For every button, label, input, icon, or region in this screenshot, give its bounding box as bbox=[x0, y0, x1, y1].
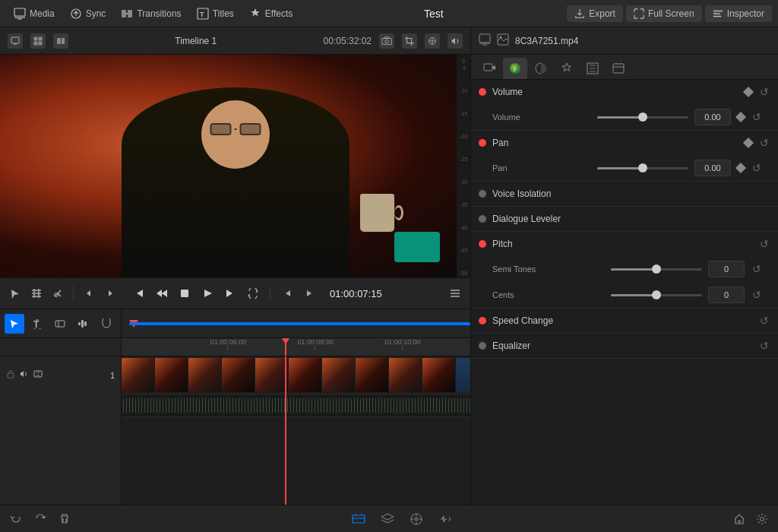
preview-icon-2[interactable] bbox=[30, 33, 46, 49]
dialogue-leveler-header[interactable]: Dialogue Leveler bbox=[471, 207, 778, 231]
clip-tool[interactable] bbox=[50, 314, 70, 334]
skip-to-start[interactable] bbox=[130, 284, 148, 302]
pan-param-reset[interactable]: ↺ bbox=[751, 162, 763, 174]
inspector-tab-effects[interactable] bbox=[555, 58, 579, 79]
audio-icon[interactable] bbox=[20, 369, 29, 381]
inspector-tab-video[interactable] bbox=[477, 58, 501, 79]
voice-isolation-header[interactable]: Voice Isolation bbox=[471, 182, 778, 206]
pitch-label: Pitch bbox=[492, 239, 752, 249]
audio-tool[interactable] bbox=[73, 314, 93, 334]
layers-icon[interactable] bbox=[378, 509, 397, 529]
volume-param-reset[interactable]: ↺ bbox=[751, 111, 763, 123]
effects-center-icon[interactable] bbox=[406, 509, 426, 529]
transport-timecode: 01:00:07:15 bbox=[330, 288, 382, 299]
text-tool[interactable]: T bbox=[27, 314, 47, 334]
volume-param-diamond[interactable] bbox=[735, 112, 746, 122]
stop[interactable] bbox=[176, 284, 194, 302]
inspector-tab-audio[interactable]: ♪ bbox=[503, 58, 527, 79]
inspector-tab-color[interactable] bbox=[529, 58, 553, 79]
volume-value[interactable]: 0.00 bbox=[694, 109, 731, 125]
svg-rect-12 bbox=[62, 38, 65, 44]
volume-keyframe-diamond[interactable] bbox=[743, 87, 754, 97]
pan-keyframe-diamond[interactable] bbox=[743, 138, 754, 148]
play[interactable] bbox=[198, 284, 217, 302]
trim-tool[interactable] bbox=[27, 284, 46, 302]
undo-button[interactable] bbox=[6, 509, 26, 529]
volume-reset[interactable]: ↺ bbox=[758, 86, 770, 98]
next-frame[interactable] bbox=[301, 284, 319, 302]
volume-header[interactable]: Volume ↺ bbox=[471, 80, 778, 104]
pan-slider[interactable] bbox=[597, 167, 688, 169]
speed-change-header[interactable]: Speed Change ↺ bbox=[471, 309, 778, 333]
export-button[interactable]: Export bbox=[567, 5, 623, 22]
svg-text:♪: ♪ bbox=[513, 65, 517, 73]
semitones-slider[interactable] bbox=[611, 268, 702, 271]
pan-reset[interactable]: ↺ bbox=[758, 137, 770, 149]
crop-icon[interactable] bbox=[402, 33, 417, 49]
lock-icon[interactable] bbox=[6, 369, 15, 381]
transitions-button[interactable]: Transitions bbox=[113, 0, 188, 27]
semitones-reset[interactable]: ↺ bbox=[751, 263, 763, 275]
file-icon bbox=[479, 33, 491, 48]
cents-value[interactable]: 0 bbox=[708, 287, 745, 303]
svg-rect-10 bbox=[39, 41, 43, 45]
pan-param-diamond[interactable] bbox=[735, 163, 746, 173]
audio-center-icon[interactable] bbox=[435, 509, 455, 529]
transform-icon[interactable] bbox=[425, 33, 440, 49]
semitones-value[interactable]: 0 bbox=[708, 261, 745, 277]
speed-change-dot[interactable] bbox=[479, 317, 486, 325]
rewind[interactable] bbox=[153, 284, 171, 302]
inspector-tab-more[interactable] bbox=[606, 58, 631, 79]
select-tool[interactable] bbox=[6, 284, 24, 302]
media-button[interactable]: Media bbox=[6, 0, 62, 27]
pitch-reset[interactable]: ↺ bbox=[758, 238, 770, 250]
voice-isolation-dot[interactable] bbox=[479, 190, 486, 198]
volume-enable-dot[interactable] bbox=[479, 88, 486, 96]
inspector-header: 8C3A7251.mp4 bbox=[471, 27, 778, 55]
pitch-header[interactable]: Pitch ↺ bbox=[471, 232, 778, 256]
equalizer-dot[interactable] bbox=[479, 342, 486, 350]
preview-video: 0 -5 -10 -15 -20 -25 -30 -35 -40 -45 -50 bbox=[0, 55, 470, 277]
titles-button[interactable]: T Titles bbox=[189, 0, 242, 27]
blade-tool[interactable] bbox=[49, 284, 67, 302]
pan-value[interactable]: 0.00 bbox=[694, 160, 731, 176]
volume-slider[interactable] bbox=[597, 116, 688, 119]
volume-icon[interactable] bbox=[448, 33, 463, 49]
fullscreen-button[interactable]: Full Screen bbox=[626, 5, 702, 22]
prev-frame[interactable] bbox=[278, 284, 296, 302]
dialogue-leveler-dot[interactable] bbox=[479, 215, 486, 223]
preview-icon-3[interactable] bbox=[53, 33, 68, 49]
camera-icon[interactable] bbox=[379, 33, 394, 49]
next-marker[interactable] bbox=[101, 284, 119, 302]
cents-slider[interactable] bbox=[611, 294, 702, 296]
settings-menu[interactable] bbox=[446, 284, 464, 302]
pan-enable-dot[interactable] bbox=[479, 139, 486, 147]
delete-button[interactable] bbox=[55, 509, 74, 529]
sync-button[interactable]: Sync bbox=[62, 0, 114, 27]
cents-reset[interactable]: ↺ bbox=[751, 289, 763, 301]
redo-button[interactable] bbox=[30, 509, 50, 529]
inspector-tab-transform[interactable] bbox=[580, 58, 605, 79]
loop[interactable] bbox=[244, 284, 262, 302]
pitch-enable-dot[interactable] bbox=[479, 240, 486, 248]
speed-change-reset[interactable]: ↺ bbox=[758, 315, 770, 327]
cents-row: Cents 0 ↺ bbox=[471, 282, 778, 308]
preview-icon-1[interactable] bbox=[8, 33, 23, 49]
equalizer-header[interactable]: Equalizer ↺ bbox=[471, 334, 778, 358]
timeline-icon[interactable] bbox=[349, 509, 368, 529]
prev-marker[interactable] bbox=[80, 284, 98, 302]
home-icon[interactable] bbox=[729, 509, 749, 529]
pan-header[interactable]: Pan ↺ bbox=[471, 131, 778, 155]
arrow-tool[interactable] bbox=[5, 314, 24, 334]
equalizer-reset[interactable]: ↺ bbox=[758, 340, 770, 352]
teal-accent-light bbox=[394, 232, 440, 262]
audio-waveform bbox=[122, 398, 470, 413]
inspector-button[interactable]: Inspector bbox=[705, 5, 772, 22]
video-track-icon[interactable] bbox=[33, 369, 43, 381]
magnet-tool[interactable] bbox=[96, 314, 116, 334]
pitch-section: Pitch ↺ Semi Tones 0 ↺ Cents bbox=[471, 232, 778, 309]
video-clip[interactable] bbox=[122, 358, 470, 392]
effects-button[interactable]: Effects bbox=[242, 0, 300, 27]
settings-icon[interactable] bbox=[752, 509, 772, 529]
skip-to-end[interactable] bbox=[221, 284, 239, 302]
